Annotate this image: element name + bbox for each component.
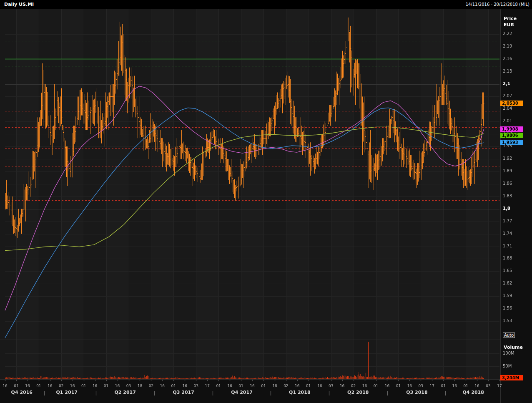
date-tick-label: 16 — [383, 384, 391, 388]
date-axis[interactable]: 1601160116021601160116031802160116031701… — [0, 384, 532, 389]
price-tick-label: 2,04 — [503, 106, 512, 112]
instrument-title: Daily US.MI — [4, 2, 34, 7]
price-tick-label: 2,19 — [503, 44, 512, 50]
date-tick-label: 03 — [417, 384, 425, 388]
date-tick-label: 01 — [102, 384, 110, 388]
price-tick-label: 2,1 — [503, 81, 510, 87]
date-tick-label: 01 — [462, 384, 470, 388]
date-tick-label: 01 — [12, 384, 20, 388]
date-tick-label: 16 — [68, 384, 77, 388]
price-tick-label: 2,16 — [503, 56, 512, 62]
date-tick-label: 16 — [226, 384, 234, 388]
date-tick-label: 17 — [203, 384, 211, 388]
date-tick-label: 01 — [169, 384, 178, 388]
date-tick-label: 02 — [57, 384, 65, 388]
quarter-label: Q2 2017 — [108, 390, 142, 395]
date-tick-label: 02 — [147, 384, 155, 388]
date-tick-label: 02 — [349, 384, 358, 388]
quarter-label: Q4 2017 — [225, 390, 258, 395]
date-tick-label: 16 — [181, 384, 189, 388]
price-chart-canvas[interactable] — [0, 0, 532, 403]
date-tick-label: 01 — [259, 384, 268, 388]
date-tick-label: 16 — [338, 384, 346, 388]
date-tick-label: 16 — [91, 384, 99, 388]
date-tick-label: 03 — [192, 384, 200, 388]
ma-mid-value-badge: 1,9593 — [500, 140, 523, 145]
price-tick-label: 1,86 — [503, 181, 512, 187]
date-tick-label: 01 — [304, 384, 313, 388]
date-tick-label: 01 — [394, 384, 402, 388]
date-tick-label: 16 — [473, 384, 481, 388]
price-tick-label: 1,53 — [503, 318, 512, 324]
price-axis[interactable]: 2,222,192,162,132,12,072,042,011,981,951… — [502, 0, 532, 403]
date-tick-label: 18 — [136, 384, 144, 388]
date-tick-label: 02 — [282, 384, 290, 388]
date-tick-label: 16 — [405, 384, 414, 388]
date-tick-label: 03 — [484, 384, 492, 388]
date-tick-label: 16 — [361, 384, 369, 388]
date-tick-label: 01 — [237, 384, 245, 388]
date-tick-label: 16 — [113, 384, 122, 388]
price-tick-label: 1,89 — [503, 169, 512, 174]
date-tick-label: 16 — [23, 384, 32, 388]
price-tick-label: 1,77 — [503, 219, 512, 224]
date-tick-label: 01 — [214, 384, 223, 388]
date-tick-label: 17 — [495, 384, 504, 388]
chart-header: Daily US.MI 14/11/2016 - 20/12/2018 (MIL… — [0, 0, 532, 9]
date-tick-label: 16 — [1, 384, 9, 388]
date-tick-label: 18 — [271, 384, 279, 388]
quarter-label: Q1 2018 — [283, 390, 316, 395]
quarter-label: Q3 2018 — [400, 390, 434, 395]
ma-fast-value-badge: 1,9908 — [500, 126, 523, 132]
price-tick-label: 1,65 — [503, 268, 512, 274]
price-tick-label: 1,8 — [503, 206, 510, 212]
price-tick-label: 2,13 — [503, 69, 512, 75]
date-tick-label: 01 — [439, 384, 447, 388]
date-tick-label: 03 — [125, 384, 133, 388]
price-tick-label: 1,83 — [503, 194, 512, 199]
date-tick-label: 03 — [327, 384, 335, 388]
ma-slow-value-badge: 1,9806 — [500, 133, 523, 138]
quarter-label: Q3 2017 — [167, 390, 200, 395]
price-tick-label: 1,92 — [503, 156, 512, 162]
quarter-label: Q4 2016 — [5, 390, 38, 395]
last-price-badge: 2,0530 — [500, 101, 523, 106]
date-tick-label: 16 — [46, 384, 54, 388]
price-tick-label: 1,59 — [503, 293, 512, 299]
volume-tick-label: 100M — [503, 351, 514, 357]
date-tick-label: 16 — [248, 384, 256, 388]
date-tick-label: 17 — [428, 384, 436, 388]
price-tick-label: 1,71 — [503, 244, 512, 249]
price-tick-label: 1,56 — [503, 306, 512, 312]
date-tick-label: 16 — [293, 384, 301, 388]
date-tick-label: 01 — [372, 384, 380, 388]
date-tick-label: 16 — [316, 384, 324, 388]
date-tick-label: 16 — [450, 384, 459, 388]
price-tick-label: 1,62 — [503, 281, 512, 287]
volume-tick-label: 50M — [503, 364, 512, 370]
quarter-label: Q1 2017 — [50, 390, 83, 395]
date-tick-label: 01 — [35, 384, 43, 388]
volume-value-badge: 3,244M — [500, 375, 523, 380]
trading-chart-window: Daily US.MI 14/11/2016 - 20/12/2018 (MIL… — [0, 0, 532, 403]
auto-scale-button[interactable]: Auto — [503, 332, 515, 338]
volume-pane-title: Volume — [504, 345, 523, 350]
quarter-label: Q2 2018 — [341, 390, 375, 395]
date-tick-label: 01 — [80, 384, 88, 388]
price-tick-label: 2,01 — [503, 118, 512, 124]
quarter-axis: Q4 2016Q1 2017Q2 2017Q3 2017Q4 2017Q1 20… — [0, 390, 532, 395]
price-tick-label: 2,07 — [503, 93, 512, 99]
price-tick-label: 1,74 — [503, 231, 512, 237]
quarter-label: Q4 2018 — [457, 390, 490, 395]
price-tick-label: 1,68 — [503, 256, 512, 262]
price-tick-label: 2,22 — [503, 31, 512, 37]
date-tick-label: 16 — [158, 384, 166, 388]
